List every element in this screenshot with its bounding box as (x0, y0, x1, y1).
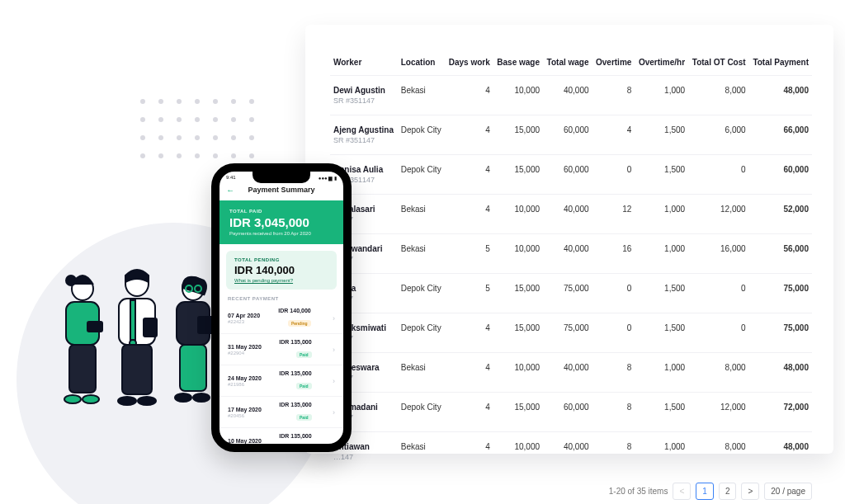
status-icons: ●●● ▆ ▮ (319, 175, 337, 181)
cell-base: 15,000 (493, 393, 543, 432)
cell-ot-cost: 12,000 (688, 195, 749, 234)
table-row[interactable]: Annisa AuliaSR #351147Depok City415,0006… (330, 155, 812, 195)
cell-overtime: 8 (592, 76, 635, 115)
back-icon[interactable]: ← (226, 186, 234, 195)
table-row[interactable]: …sita…147Depok City515,00075,00001,50007… (330, 274, 812, 313)
screen-title: Payment Summary (226, 186, 337, 194)
cell-overtime: 8 (592, 353, 635, 393)
payment-row[interactable]: 17 May 2020#20456IDR 135,000Paid› (220, 397, 343, 428)
payment-id: #20456 (228, 413, 262, 418)
cell-overtime-hr: 1,000 (635, 353, 688, 393)
cell-overtime-hr: 1,500 (635, 115, 688, 155)
payment-date: 07 Apr 2020 (228, 313, 260, 318)
cell-base: 10,000 (493, 195, 543, 234)
cell-location: Bekasi (398, 234, 445, 274)
phone-mockup: 9:41 ●●● ▆ ▮ ← Payment Summary TOTAL PAI… (211, 163, 352, 452)
payment-status-badge: Paid (296, 414, 312, 421)
col-location[interactable]: Location (398, 49, 445, 76)
chevron-right-icon: › (333, 440, 335, 448)
cell-days: 4 (445, 195, 493, 234)
cell-location: Depok City (398, 393, 445, 432)
svg-point-1 (66, 276, 76, 285)
col-payment[interactable]: Total Payment (749, 49, 812, 76)
table-row[interactable]: …Laksmiwati…147Depok City415,00075,00001… (330, 313, 812, 353)
cell-payment: 48,000 (749, 76, 812, 115)
pagination-page-1[interactable]: 1 (696, 483, 714, 500)
cell-ot-cost: 8,000 (688, 432, 749, 472)
table-row[interactable]: Ajeng AgustinaSR #351147Depok City415,00… (330, 115, 812, 155)
pagination-per-page[interactable]: 20 / page (764, 483, 812, 500)
worker-sr: …147 (333, 453, 394, 461)
decorative-dots (140, 99, 254, 158)
payment-amount: IDR 135,000 (279, 339, 311, 345)
col-overtime-hr[interactable]: Overtime/hr (635, 49, 688, 76)
payment-status-badge: Paid (296, 351, 312, 358)
cell-ot-cost: 16,000 (688, 234, 749, 274)
table-row[interactable]: …malasari…147Bekasi410,00040,000121,0001… (330, 195, 812, 234)
cell-location: Depok City (398, 274, 445, 313)
payment-row[interactable]: 10 May 2020#197864IDR 135,000Paid› (220, 428, 343, 452)
phone-header: ← Payment Summary (220, 181, 343, 200)
cell-days: 5 (445, 234, 493, 274)
svg-point-13 (138, 397, 156, 405)
cell-days: 4 (445, 115, 493, 155)
payroll-table: Worker Location Days work Base wage Tota… (330, 49, 812, 471)
cell-location: Bekasi (398, 432, 445, 472)
cell-overtime-hr: 1,000 (635, 432, 688, 472)
col-days[interactable]: Days work (445, 49, 493, 76)
payment-id: #22904 (228, 351, 262, 356)
payment-row[interactable]: 31 May 2020#22904IDR 135,000Paid› (220, 334, 343, 365)
table-row[interactable]: …tamadani…147Depok City415,00060,00081,5… (330, 393, 812, 432)
cell-ot-cost: 0 (688, 155, 749, 195)
total-paid-sub: Payments received from 20 Apr 2020 (229, 231, 333, 236)
cell-total-wage: 40,000 (543, 234, 592, 274)
col-total-wage[interactable]: Total wage (543, 49, 592, 76)
cell-payment: 56,000 (749, 234, 812, 274)
pagination-summary: 1-20 of 35 items (609, 487, 668, 496)
cell-total-wage: 40,000 (543, 353, 592, 393)
cell-overtime-hr: 1,500 (635, 274, 688, 313)
table-row[interactable]: …itiawan…147Bekasi410,00040,00081,0008,0… (330, 432, 812, 472)
cell-overtime: 0 (592, 155, 635, 195)
cell-ot-cost: 8,000 (688, 76, 749, 115)
cell-overtime: 12 (592, 195, 635, 234)
cell-days: 5 (445, 274, 493, 313)
cell-overtime: 16 (592, 234, 635, 274)
cell-total-wage: 40,000 (543, 432, 592, 472)
cell-overtime: 8 (592, 393, 635, 432)
cell-ot-cost: 0 (688, 313, 749, 353)
cell-overtime-hr: 1,500 (635, 393, 688, 432)
cell-ot-cost: 12,000 (688, 393, 749, 432)
table-row[interactable]: …uswandari…147Bekasi510,00040,000161,000… (330, 234, 812, 274)
chevron-right-icon: › (333, 346, 335, 354)
cell-overtime-hr: 1,500 (635, 155, 688, 195)
cell-base: 10,000 (493, 234, 543, 274)
cell-total-wage: 60,000 (543, 155, 592, 195)
table-row[interactable]: …aheswara…147Bekasi410,00040,00081,0008,… (330, 353, 812, 393)
table-row[interactable]: Dewi AgustinSR #351147Bekasi410,00040,00… (330, 76, 812, 115)
svg-point-5 (83, 395, 99, 403)
payment-amount: IDR 135,000 (279, 402, 311, 407)
col-base[interactable]: Base wage (493, 49, 543, 76)
pending-info-link[interactable]: What is pending payment? (234, 278, 328, 283)
total-paid-label: TOTAL PAID (229, 209, 333, 214)
payment-row[interactable]: 07 Apr 2020#22423IDR 140,000Pending› (220, 303, 343, 334)
col-worker[interactable]: Worker (330, 49, 398, 76)
payment-amount: IDR 140,000 (278, 308, 310, 313)
pagination-page-2[interactable]: 2 (719, 483, 737, 500)
payroll-table-panel: Worker Location Days work Base wage Tota… (305, 25, 833, 454)
cell-overtime-hr: 1,000 (635, 195, 688, 234)
payments-list: 07 Apr 2020#22423IDR 140,000Pending›31 M… (220, 303, 343, 452)
cell-days: 4 (445, 353, 493, 393)
col-ot-cost[interactable]: Total OT Cost (688, 49, 749, 76)
payment-id: #21986 (228, 382, 262, 387)
worker-sr: SR #351147 (333, 97, 394, 105)
total-pending-amount: IDR 140,000 (234, 264, 328, 276)
col-overtime[interactable]: Overtime (592, 49, 635, 76)
payment-row[interactable]: 24 May 2020#21986IDR 135,000Paid› (220, 365, 343, 397)
pagination-prev[interactable]: < (673, 483, 691, 500)
cell-total-wage: 40,000 (543, 195, 592, 234)
svg-rect-11 (122, 345, 152, 394)
pagination-next[interactable]: > (741, 483, 759, 500)
cell-location: Depok City (398, 115, 445, 155)
